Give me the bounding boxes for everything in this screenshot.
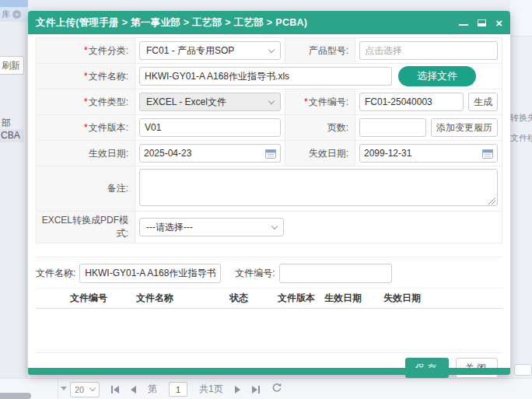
file-type-label-cell: *文件类型: xyxy=(37,89,135,115)
generate-number-button[interactable]: 生成 xyxy=(468,93,498,111)
pagination-bar: 20 第 共1页 xyxy=(0,378,532,399)
file-number-label: 文件编号: xyxy=(309,96,348,107)
calendar-icon[interactable] xyxy=(482,149,493,159)
page-count-label: 页数: xyxy=(327,122,348,133)
tree-item-fragment[interactable]: 部 xyxy=(2,117,11,130)
chevron-down-icon xyxy=(89,385,96,391)
total-pages-label: 共1页 xyxy=(199,383,223,396)
background-top-strip xyxy=(0,0,28,7)
pdf-mode-label-cell: EXCEL转换成PDF模式: xyxy=(37,212,135,243)
effective-date-label: 生效日期: xyxy=(89,148,128,159)
header-expiry-date: 失效日期 xyxy=(379,289,502,309)
file-version-input[interactable] xyxy=(139,118,281,137)
dialog-title: 文件上传(管理手册 > 第一事业部 > 工艺部 > 工艺部 > PCBA) xyxy=(36,16,307,30)
refresh-button[interactable]: 刷新 xyxy=(0,56,24,75)
scrollbar-down-icon[interactable] xyxy=(61,387,67,390)
file-number-label-cell: *文件编号: xyxy=(285,89,355,115)
header-file-number: 文件编号 xyxy=(65,289,131,309)
files-table: 文件编号 文件名称 状态 文件版本 生效日期 失效日期 xyxy=(36,288,502,309)
pdf-mode-label: EXCEL转换成PDF模式: xyxy=(42,215,128,239)
background-right-band xyxy=(510,0,532,37)
chevron-down-icon xyxy=(268,46,275,52)
resize-handle-icon[interactable] xyxy=(488,198,495,205)
file-upload-dialog: 文件上传(管理手册 > 第一事业部 > 工艺部 > 工艺部 > PCBA) × … xyxy=(28,11,510,375)
first-page-button[interactable] xyxy=(111,386,119,394)
dialog-titlebar: 文件上传(管理手册 > 第一事业部 > 工艺部 > 工艺部 > PCBA) × xyxy=(28,11,510,34)
background-tab[interactable]: 库 × xyxy=(0,7,28,22)
close-icon[interactable]: × xyxy=(495,17,502,29)
background-button-fragment xyxy=(514,364,532,376)
minimize-icon[interactable] xyxy=(459,24,468,26)
chevron-down-icon xyxy=(268,97,275,103)
add-change-history-button[interactable]: 添加变更履历 xyxy=(431,118,498,137)
tree-item-fragment-selected[interactable]: CBA xyxy=(0,129,23,142)
expiry-date-input[interactable]: 2099-12-31 xyxy=(359,144,498,163)
file-category-label: 文件分类: xyxy=(89,45,128,56)
tab-close-icon[interactable]: × xyxy=(12,10,21,19)
product-model-label: 产品型号: xyxy=(309,45,348,56)
filter-file-name-input[interactable] xyxy=(79,264,221,283)
calendar-icon[interactable] xyxy=(265,149,276,159)
chevron-down-icon xyxy=(271,222,278,229)
header-checkbox-column xyxy=(36,289,50,309)
header-index-column xyxy=(50,289,65,309)
file-category-label-cell: *文件分类: xyxy=(37,38,135,64)
horizontal-scrollbar-thumb[interactable] xyxy=(0,393,31,399)
header-file-name: 文件名称 xyxy=(131,289,225,309)
effective-date-label-cell: 生效日期: xyxy=(37,141,135,166)
file-version-label: 文件版本: xyxy=(89,122,128,133)
effective-date-input[interactable]: 2025-04-23 xyxy=(139,144,281,163)
header-file-version: 文件版本 xyxy=(273,289,320,309)
header-status: 状态 xyxy=(225,289,273,309)
expiry-date-label-cell: 失效日期: xyxy=(285,141,355,166)
file-version-label-cell: *文件版本: xyxy=(37,115,135,141)
next-page-button[interactable] xyxy=(235,386,240,394)
expiry-date-label: 失效日期: xyxy=(309,148,348,159)
background-tab-label: 库 xyxy=(2,9,10,20)
product-model-label-cell: 产品型号: xyxy=(285,38,355,64)
prev-page-button[interactable] xyxy=(131,386,136,394)
page-count-input[interactable] xyxy=(359,118,426,137)
file-name-label-cell: *文件名称: xyxy=(37,64,135,89)
remarks-label: 备注: xyxy=(107,183,128,194)
page-prefix-label: 第 xyxy=(148,383,157,396)
file-name-label: 文件名称: xyxy=(89,71,128,82)
last-page-button[interactable] xyxy=(252,386,260,394)
pagination-divider xyxy=(58,379,58,399)
filter-file-number-label: 文件编号: xyxy=(235,267,275,280)
file-number-input[interactable] xyxy=(359,93,464,111)
page-number-input[interactable] xyxy=(169,382,187,397)
refresh-grid-icon[interactable] xyxy=(271,383,282,396)
file-name-input[interactable] xyxy=(139,67,392,86)
dialog-bottom-strip xyxy=(28,368,510,375)
pdf-mode-select[interactable]: ---请选择--- xyxy=(139,218,284,236)
filter-file-name-label: 文件名称: xyxy=(36,267,75,280)
background-right-text: 转换失 xyxy=(510,112,532,124)
page-count-label-cell: 页数: xyxy=(285,115,355,141)
page-background: 库 × 刷新 部 CBA 转换失 文件移 20 第 共1页 xyxy=(0,0,532,399)
product-model-input[interactable] xyxy=(359,41,498,60)
upload-form: *文件分类: FC01 - 产品专用SOP 产品型号: xyxy=(36,37,502,243)
section-divider xyxy=(36,243,502,257)
remarks-label-cell: 备注: xyxy=(37,166,135,212)
page-size-select[interactable]: 20 xyxy=(70,382,100,397)
file-filter-bar: 文件名称: 文件编号: xyxy=(36,263,502,284)
choose-file-button[interactable]: 选择文件 xyxy=(398,66,476,86)
filter-file-number-input[interactable] xyxy=(279,264,392,283)
background-right-text: 文件移 xyxy=(510,132,532,144)
remarks-textarea[interactable] xyxy=(139,169,498,206)
file-category-select[interactable]: FC01 - 产品专用SOP xyxy=(139,41,281,60)
file-type-select[interactable]: EXCEL - Excel文件 xyxy=(139,93,281,111)
background-left-panel xyxy=(0,22,26,378)
file-type-label: 文件类型: xyxy=(89,96,128,107)
header-effective-date: 生效日期 xyxy=(320,289,379,309)
files-table-empty-body xyxy=(36,309,502,352)
dialog-body: *文件分类: FC01 - 产品专用SOP 产品型号: xyxy=(28,34,510,368)
maximize-icon[interactable] xyxy=(478,19,486,26)
